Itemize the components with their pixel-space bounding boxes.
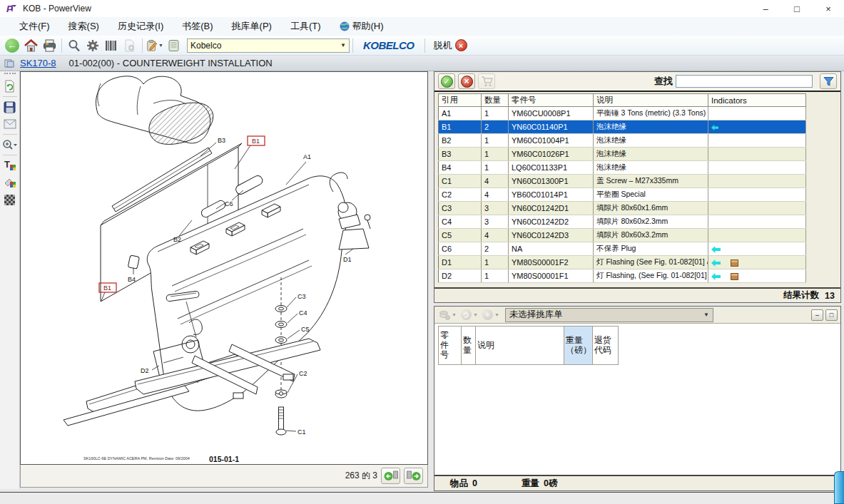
email-button[interactable]	[1, 115, 19, 133]
magnifier-icon	[68, 39, 81, 52]
part-label-b3[interactable]: B3	[218, 137, 225, 144]
picklist-add-button[interactable]: + ▼	[481, 308, 501, 322]
part-label-b1-2[interactable]: B1	[103, 284, 111, 292]
part-label-b2[interactable]: B2	[173, 236, 181, 243]
dropdown-icon: ▼	[473, 312, 478, 317]
pick-header-qty[interactable]: 数量	[462, 326, 476, 365]
save-button[interactable]	[1, 98, 19, 115]
filter-button[interactable]	[820, 73, 837, 89]
picklist-maximize-button[interactable]: □	[825, 309, 838, 321]
table-row-selected[interactable]: B12 YN60C01140P1泡沫绝缘	[439, 120, 806, 134]
page-settings-button[interactable]	[121, 37, 138, 54]
table-row[interactable]: D11 YM80S00001F2灯 Flashing (See Fig. 01-…	[439, 256, 806, 269]
menu-picklist[interactable]: 挑库单(P)	[223, 18, 281, 35]
home-icon	[24, 39, 38, 52]
sidebar-separator	[3, 155, 17, 155]
table-row[interactable]: B21 YM60C01004P1泡沫绝缘	[439, 134, 806, 148]
pick-header-part[interactable]: 零件号	[439, 326, 462, 365]
part-label-c1[interactable]: C1	[298, 428, 306, 436]
page-gear-icon	[123, 39, 136, 52]
picklist-minimize-button[interactable]: –	[811, 309, 823, 321]
part-label-d2[interactable]: D2	[141, 367, 149, 374]
cancel-button[interactable]: ×	[458, 73, 475, 89]
menu-history[interactable]: 历史记录(I)	[108, 18, 173, 35]
close-button[interactable]: ×	[813, 0, 844, 17]
result-count-label: 结果计数	[783, 289, 819, 302]
zoom-button[interactable]	[1, 136, 19, 153]
table-row[interactable]: C43 YN60C01242D2填隙片 80x60x2.3mm	[439, 215, 806, 229]
link-arrow-icon[interactable]	[711, 259, 721, 267]
minimize-button[interactable]: –	[750, 0, 781, 17]
menu-help[interactable]: 帮助(H)	[330, 18, 393, 35]
menu-file[interactable]: 文件(F)	[10, 18, 59, 35]
pick-header-return-code[interactable]: 退货代码	[593, 326, 619, 365]
part-label-c5[interactable]: C5	[301, 326, 310, 333]
column-header-ref[interactable]: 引用	[439, 94, 482, 107]
slide-out-handle[interactable]	[834, 471, 844, 504]
clipboard-pencil-icon	[146, 39, 158, 52]
part-label-c3[interactable]: C3	[298, 293, 306, 300]
table-row[interactable]: C14 YN60C01300P1盖 Screw – M27x335mm	[439, 175, 806, 188]
back-button[interactable]: ←	[4, 37, 21, 54]
table-row[interactable]: C33 YN60C01242D1填隙片 80x60x1.6mm	[439, 202, 806, 215]
exploded-diagram: B3 B1 A1 B2 B4 B1 C6 D1 D2 C3 C4 C5 C2 C…	[21, 72, 427, 464]
offline-status[interactable]: 脱机 ×	[434, 39, 467, 52]
catalog-select[interactable]: Kobelco ▼	[187, 38, 350, 53]
chevron-down-icon: ▼	[703, 312, 709, 318]
table-row[interactable]: C54 YN60C01242D3填隙片 80x60x3.2mm	[439, 229, 806, 242]
picklist-refresh-button[interactable]: ▼	[459, 308, 479, 322]
table-row[interactable]: D21 YM80S00001F1灯 Flashing, (See Fig. 01…	[439, 269, 806, 283]
link-arrow-icon[interactable]	[711, 125, 718, 130]
column-header-desc[interactable]: 说明	[594, 94, 708, 107]
settings-button[interactable]	[84, 37, 101, 54]
menu-bookmarks[interactable]: 书签(B)	[173, 18, 222, 35]
link-arrow-icon[interactable]	[711, 273, 721, 280]
pick-header-desc[interactable]: 说明	[476, 326, 564, 365]
edit-note-button[interactable]: ▼	[146, 37, 163, 54]
checker-pattern-icon	[4, 194, 16, 206]
part-label-a1[interactable]: A1	[303, 153, 311, 160]
part-label-c4[interactable]: C4	[299, 309, 307, 317]
main-toolbar: ←	[0, 36, 844, 56]
refresh-page-button[interactable]	[1, 78, 19, 95]
menu-search[interactable]: 搜索(S)	[59, 18, 108, 35]
part-label-d1[interactable]: D1	[343, 256, 352, 263]
table-row[interactable]: A11 YM60CU0008P1平衡锤 3 Tons (metric) (3.3…	[439, 107, 806, 120]
picklist-select[interactable]: 未选择挑库单 ▼	[505, 308, 713, 322]
pick-header-weight[interactable]: 重量（磅）	[564, 326, 593, 365]
previous-page-button[interactable]	[381, 468, 400, 484]
toolbar-grip[interactable]	[4, 73, 16, 76]
next-page-button[interactable]	[404, 468, 423, 484]
confirm-button[interactable]: ✓	[438, 73, 455, 89]
home-button[interactable]	[22, 37, 39, 54]
add-to-cart-button[interactable]	[478, 73, 495, 89]
menu-tools[interactable]: 工具(T)	[281, 18, 330, 35]
barcode-button[interactable]	[103, 37, 120, 54]
toolbar-separator	[352, 38, 353, 53]
part-label-c2[interactable]: C2	[299, 370, 307, 377]
part-label-c6[interactable]: C6	[225, 200, 233, 207]
find-input[interactable]	[676, 75, 813, 88]
link-arrow-icon[interactable]	[711, 246, 721, 253]
table-row[interactable]: B31 YM60C01026P1泡沫绝缘	[439, 148, 806, 161]
column-header-qty[interactable]: 数量	[482, 94, 509, 107]
search-button[interactable]	[66, 37, 83, 54]
model-link[interactable]: SK170-8	[20, 58, 56, 68]
highlight-style-button[interactable]	[1, 174, 19, 191]
package-icon[interactable]	[731, 273, 738, 280]
table-row[interactable]: B41 LQ60C01133P1泡沫绝缘	[439, 161, 806, 175]
notepad-button[interactable]	[165, 37, 182, 54]
column-header-indicators[interactable]: Indicators	[708, 94, 806, 107]
table-row[interactable]: C62 NA不保养 Plug	[439, 242, 806, 256]
column-header-part[interactable]: 零件号	[509, 94, 594, 107]
package-icon[interactable]	[731, 259, 738, 267]
print-button[interactable]	[41, 37, 58, 54]
picklist-save-button[interactable]: ▼	[437, 308, 458, 322]
pattern-button[interactable]	[1, 191, 19, 208]
maximize-button[interactable]: □	[781, 0, 813, 17]
part-label-b1[interactable]: B1	[252, 138, 260, 145]
table-row[interactable]: C24 YB60C01014P1平垫圈 Special	[439, 188, 806, 202]
part-label-b4[interactable]: B4	[128, 276, 136, 283]
text-style-button[interactable]: T	[1, 157, 19, 174]
page-position: 263 的 3	[345, 470, 377, 482]
